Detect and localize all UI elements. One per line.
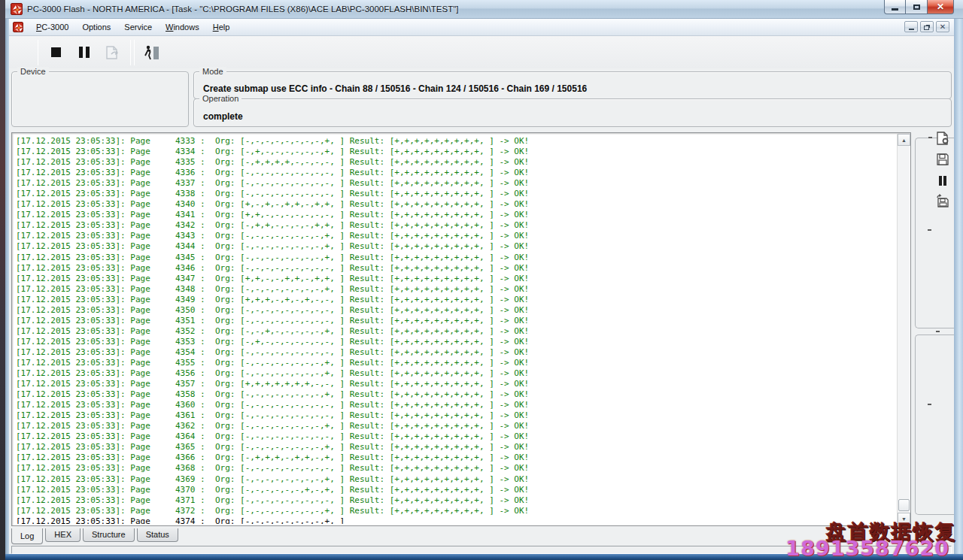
device-panel-label: Device (17, 67, 49, 76)
log-line: [17.12.2015 23:05:33]: Page 4343 : Org: … (16, 231, 895, 241)
log-line: [17.12.2015 23:05:33]: Page 4369 : Org: … (16, 474, 895, 485)
window-title: PC-3000 Flash - NORTH AMERICA - [Task - … (27, 5, 963, 14)
mdi-system-icon[interactable] (13, 22, 23, 32)
task-settings-icon (935, 131, 950, 146)
log-line: [17.12.2015 23:05:33]: Page 4352 : Org: … (16, 326, 895, 337)
pause-log-button[interactable] (934, 173, 951, 188)
save-button[interactable] (934, 152, 951, 167)
log-line: [17.12.2015 23:05:33]: Page 4365 : Org: … (16, 442, 895, 453)
save-restore-icon (935, 194, 950, 209)
log-line: [17.12.2015 23:05:33]: Page 4358 : Org: … (16, 389, 895, 400)
log-line: [17.12.2015 23:05:33]: Page 4360 : Org: … (16, 400, 895, 410)
minimize-button[interactable] (884, 0, 906, 14)
tab-bar: LogHEXStructureStatus (11, 528, 181, 545)
menu-item-help[interactable]: Help (206, 20, 237, 34)
log-line: [17.12.2015 23:05:33]: Page 4353 : Org: … (16, 337, 895, 347)
log-line: [17.12.2015 23:05:33]: Page 4341 : Org: … (16, 210, 895, 220)
log-lines: [17.12.2015 23:05:33]: Page 4333 : Org: … (16, 136, 895, 524)
close-icon: ✕ (937, 2, 944, 11)
mode-value: Create submap use ECC info - Chain 88 / … (203, 83, 587, 94)
toolbar (9, 36, 954, 68)
menu-item-options[interactable]: Options (75, 20, 117, 34)
operation-panel-label: Operation (199, 94, 242, 103)
tab-log[interactable]: Log (11, 528, 43, 544)
toolbar-separator (38, 40, 38, 65)
log-line: [17.12.2015 23:05:33]: Page 4368 : Org: … (16, 463, 895, 474)
stop-icon (51, 47, 61, 57)
tab-structure[interactable]: Structure (83, 528, 135, 542)
menu-item-windows[interactable]: Windows (159, 20, 206, 34)
pause-icon (79, 47, 90, 58)
device-panel: Device (11, 71, 189, 127)
log-line: [17.12.2015 23:05:33]: Page 4354 : Org: … (16, 347, 895, 358)
export-report-icon (105, 45, 121, 60)
log-line: [17.12.2015 23:05:33]: Page 4345 : Org: … (16, 253, 895, 263)
log-line: [17.12.2015 23:05:33]: Page 4370 : Org: … (16, 485, 895, 495)
log-line: [17.12.2015 23:05:33]: Page 4347 : Org: … (16, 274, 895, 284)
log-view[interactable]: [17.12.2015 23:05:33]: Page 4333 : Org: … (11, 132, 911, 526)
log-line: [17.12.2015 23:05:33]: Page 4371 : Org: … (16, 495, 895, 506)
log-line: [17.12.2015 23:05:33]: Page 4333 : Org: … (16, 136, 895, 147)
side-panel-bottom (915, 334, 954, 515)
log-line: [17.12.2015 23:05:33]: Page 4337 : Org: … (16, 178, 895, 189)
log-line: [17.12.2015 23:05:33]: Page 4351 : Org: … (16, 316, 895, 326)
mdi-close-button[interactable]: ✕ (936, 21, 949, 32)
maximize-icon (913, 5, 920, 10)
log-line: [17.12.2015 23:05:33]: Page 4374 : Org: … (16, 516, 895, 524)
log-line: [17.12.2015 23:05:33]: Page 4344 : Org: … (16, 241, 895, 252)
side-tick (928, 404, 931, 405)
tab-hex[interactable]: HEX (45, 528, 81, 542)
mdi-minimize-button[interactable] (904, 21, 918, 32)
export-report-button (101, 41, 125, 65)
stop-button[interactable] (44, 41, 68, 65)
log-line: [17.12.2015 23:05:33]: Page 4340 : Org: … (16, 199, 895, 210)
scroll-down-button[interactable]: ▼ (898, 513, 910, 525)
operation-value: complete (203, 111, 243, 122)
menu-item-pc-3000[interactable]: PC-3000 (29, 20, 75, 34)
log-line: [17.12.2015 23:05:33]: Page 4335 : Org: … (16, 157, 895, 168)
exit-task-button[interactable] (140, 41, 164, 65)
save-icon (936, 153, 949, 166)
toolbar-separator (134, 40, 135, 65)
save-restore-button[interactable] (934, 194, 951, 209)
side-tick (928, 229, 931, 231)
log-line: [17.12.2015 23:05:33]: Page 4349 : Org: … (16, 295, 895, 305)
title-bar[interactable]: PC-3000 Flash - NORTH AMERICA - [Task - … (5, 0, 963, 19)
log-line: [17.12.2015 23:05:33]: Page 4338 : Org: … (16, 189, 895, 199)
log-line: [17.12.2015 23:05:33]: Page 4342 : Org: … (16, 220, 895, 231)
log-line: [17.12.2015 23:05:33]: Page 4362 : Org: … (16, 421, 895, 431)
menu-items: PC-3000OptionsServiceWindowsHelp (29, 20, 236, 34)
log-line: [17.12.2015 23:05:33]: Page 4336 : Org: … (16, 168, 895, 178)
log-line: [17.12.2015 23:05:33]: Page 4356 : Org: … (16, 368, 895, 379)
side-toolbar (933, 131, 952, 209)
task-client-area: Device Mode Create submap use ECC info -… (9, 68, 954, 554)
side-tick (936, 331, 940, 332)
pause-icon (939, 176, 946, 186)
tab-status[interactable]: Status (137, 528, 178, 542)
maximize-button[interactable] (906, 0, 927, 14)
menu-item-service[interactable]: Service (117, 20, 159, 34)
log-scrollbar[interactable]: ▲ ▼ (897, 134, 910, 525)
window-frame-right (954, 18, 963, 554)
mode-panel: Mode Create submap use ECC info - Chain … (193, 71, 952, 99)
toolbar-separator (130, 40, 131, 65)
log-line: [17.12.2015 23:05:33]: Page 4334 : Org: … (16, 147, 895, 157)
minimize-icon (892, 8, 898, 11)
pause-button[interactable] (72, 41, 96, 65)
log-line: [17.12.2015 23:05:33]: Page 4350 : Org: … (16, 305, 895, 316)
mdi-restore-icon (924, 26, 929, 30)
log-line: [17.12.2015 23:05:33]: Page 4366 : Org: … (16, 453, 895, 463)
mdi-minimize-icon (909, 29, 914, 30)
log-line: [17.12.2015 23:05:33]: Page 4357 : Org: … (16, 379, 895, 389)
task-settings-button[interactable] (934, 131, 951, 146)
scrollbar-thumb[interactable] (898, 499, 910, 511)
mode-panel-label: Mode (199, 67, 226, 76)
scroll-up-button[interactable]: ▲ (898, 134, 910, 146)
mdi-restore-button[interactable] (920, 21, 934, 32)
log-line: [17.12.2015 23:05:33]: Page 4364 : Org: … (16, 431, 895, 442)
side-tick (928, 137, 932, 138)
app-icon[interactable] (11, 3, 23, 15)
window-frame-bottom (5, 554, 963, 560)
log-line: [17.12.2015 23:05:33]: Page 4348 : Org: … (16, 284, 895, 295)
close-button[interactable]: ✕ (927, 0, 954, 14)
